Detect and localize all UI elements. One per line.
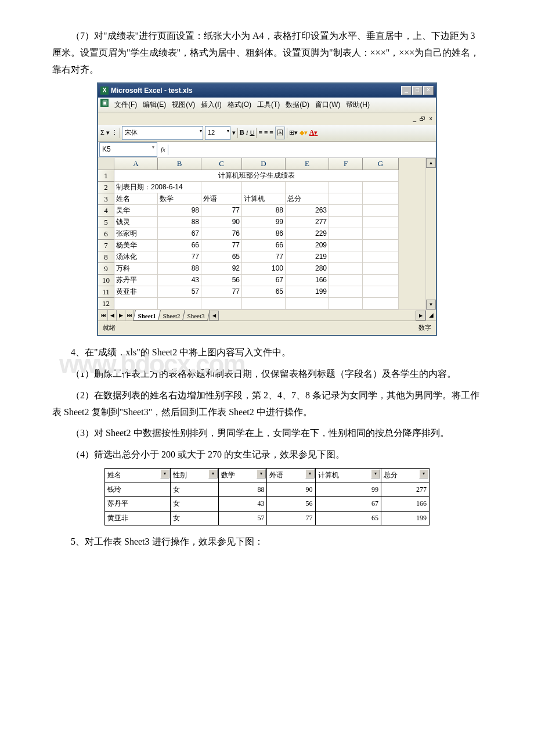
first-sheet-button[interactable]: ⏮	[99, 310, 108, 321]
filter-dropdown-icon[interactable]: ▾	[208, 469, 218, 478]
cell[interactable]	[363, 286, 399, 298]
cell[interactable]: 57	[158, 286, 201, 298]
cell[interactable]: 263	[286, 205, 329, 217]
cell[interactable]: 苏丹平	[114, 275, 158, 286]
cell[interactable]: 总分	[286, 193, 329, 205]
row-header[interactable]: 11	[98, 286, 114, 298]
scroll-left-button[interactable]: ◀	[209, 311, 219, 321]
cell[interactable]	[329, 240, 363, 251]
scroll-right-button[interactable]: ▶	[416, 311, 425, 321]
cell[interactable]	[363, 217, 399, 228]
col-header-d[interactable]: D	[242, 158, 286, 170]
row-header[interactable]: 7	[98, 240, 114, 251]
tab-sheet2[interactable]: Sheet2	[158, 310, 186, 321]
col-header-c[interactable]: C	[201, 158, 242, 170]
menu-file[interactable]: 文件(F)	[114, 99, 137, 111]
col-header-b[interactable]: B	[158, 158, 201, 170]
row-header[interactable]: 5	[98, 217, 114, 228]
cell[interactable]	[158, 298, 201, 309]
cell[interactable]	[329, 193, 363, 205]
tab-sheet3[interactable]: Sheet3	[182, 310, 210, 321]
cell[interactable]: 43	[158, 275, 201, 286]
row-header[interactable]: 10	[98, 275, 114, 286]
font-color-button[interactable]: A▾	[309, 127, 318, 139]
cell[interactable]: 外语	[201, 193, 242, 205]
filter-dropdown-icon[interactable]: ▾	[305, 469, 315, 478]
cell[interactable]	[363, 275, 399, 286]
cell[interactable]	[363, 240, 399, 251]
name-box[interactable]: K5 ▾	[99, 142, 157, 157]
select-all-corner[interactable]	[98, 158, 114, 170]
filter-dropdown-icon[interactable]: ▾	[419, 469, 428, 478]
cell[interactable]: 黄亚非	[114, 286, 158, 298]
col-header-a[interactable]: A	[114, 158, 158, 170]
row-header[interactable]: 12	[98, 298, 114, 309]
cell[interactable]: 88	[158, 263, 201, 275]
row-header[interactable]: 8	[98, 251, 114, 263]
merge-button[interactable]: 国	[275, 127, 285, 139]
menu-insert[interactable]: 插入(I)	[201, 99, 221, 111]
font-size-dropdown[interactable]: 12	[205, 126, 230, 140]
cell-title[interactable]: 计算机班部分学生成绩表	[114, 170, 399, 182]
cell[interactable]: 99	[242, 217, 286, 228]
cell[interactable]: 100	[242, 263, 286, 275]
maximize-button[interactable]: □	[412, 86, 423, 95]
cell[interactable]: 吴华	[114, 205, 158, 217]
cell[interactable]: 209	[286, 240, 329, 251]
cell[interactable]: 92	[201, 263, 242, 275]
menu-tools[interactable]: 工具(T)	[257, 99, 280, 111]
filter-dropdown-icon[interactable]: ▾	[371, 469, 380, 478]
cell[interactable]	[242, 182, 286, 193]
row-header[interactable]: 2	[98, 182, 114, 193]
filter-dropdown-icon[interactable]: ▾	[257, 469, 266, 478]
cell[interactable]	[329, 228, 363, 240]
menu-window[interactable]: 窗口(W)	[315, 99, 340, 111]
row-header[interactable]: 4	[98, 205, 114, 217]
cell[interactable]: 77	[242, 251, 286, 263]
cell-date[interactable]: 制表日期：2008-6-14	[114, 182, 201, 193]
align-left-icon[interactable]: ≡	[258, 127, 262, 139]
cell[interactable]: 229	[286, 228, 329, 240]
scroll-up-button[interactable]: ▲	[426, 158, 436, 168]
cell[interactable]	[329, 275, 363, 286]
cell[interactable]	[286, 182, 329, 193]
cell[interactable]	[114, 298, 158, 309]
cell[interactable]: 万科	[114, 263, 158, 275]
formula-bar[interactable]	[168, 145, 436, 155]
menu-view[interactable]: 视图(V)	[172, 99, 195, 111]
dropdown-arrow-icon[interactable]: ▾	[106, 127, 110, 139]
col-header-g[interactable]: G	[363, 158, 399, 170]
bold-button[interactable]: B	[240, 127, 244, 139]
close-button[interactable]: ×	[423, 86, 434, 95]
cell[interactable]: 66	[158, 240, 201, 251]
menu-data[interactable]: 数据(D)	[286, 99, 309, 111]
next-sheet-button[interactable]: ▶	[117, 310, 125, 321]
col-header-f[interactable]: F	[329, 158, 363, 170]
sum-icon[interactable]: Σ	[100, 127, 104, 139]
cell[interactable]	[363, 193, 399, 205]
horizontal-scrollbar[interactable]: ◀ ▶	[209, 311, 425, 320]
cell[interactable]: 钱灵	[114, 217, 158, 228]
resize-grip[interactable]: ◢	[425, 310, 436, 321]
cell[interactable]	[329, 251, 363, 263]
cell[interactable]	[363, 251, 399, 263]
prev-sheet-button[interactable]: ◀	[108, 310, 117, 321]
menu-edit[interactable]: 编辑(E)	[143, 99, 166, 111]
cell[interactable]: 88	[242, 205, 286, 217]
cell[interactable]: 77	[201, 286, 242, 298]
cell[interactable]: 67	[158, 228, 201, 240]
tab-sheet1[interactable]: Sheet1	[133, 310, 161, 321]
cell[interactable]	[329, 217, 363, 228]
cell[interactable]	[363, 228, 399, 240]
row-header[interactable]: 3	[98, 193, 114, 205]
scroll-down-button[interactable]: ▼	[426, 300, 436, 309]
cell[interactable]: 280	[286, 263, 329, 275]
doc-min[interactable]: _	[413, 114, 417, 124]
align-center-icon[interactable]: ≡	[264, 127, 268, 139]
cell[interactable]	[201, 298, 242, 309]
cell[interactable]: 166	[286, 275, 329, 286]
cell[interactable]: 杨美华	[114, 240, 158, 251]
col-header-e[interactable]: E	[286, 158, 329, 170]
menu-help[interactable]: 帮助(H)	[346, 99, 370, 111]
cell[interactable]: 数学	[158, 193, 201, 205]
